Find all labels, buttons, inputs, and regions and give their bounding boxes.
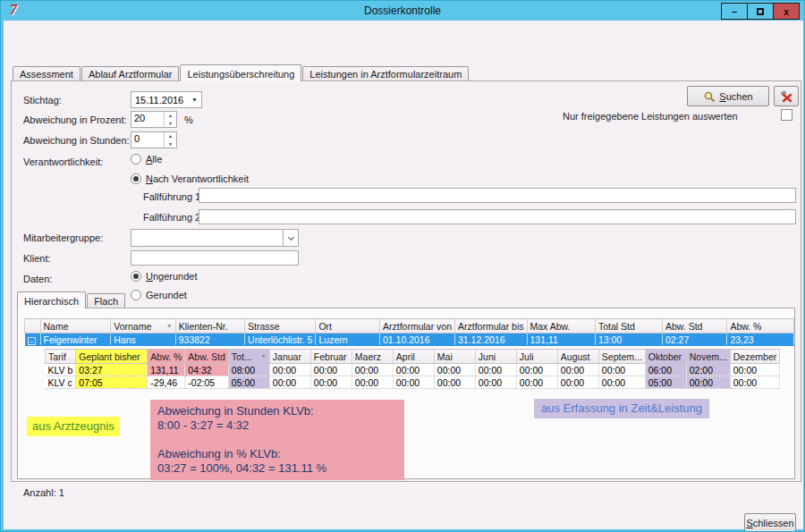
detail-grid-cell[interactable]: 05:00 — [228, 376, 269, 389]
abweichung-stunden-stepper[interactable]: 0 ▲▼ — [131, 131, 177, 148]
detail-grid-cell[interactable]: 00:00 — [557, 376, 598, 389]
detail-grid-cell[interactable]: 00:00 — [310, 364, 352, 376]
detail-grid-cell[interactable]: 00:00 — [598, 376, 645, 389]
detail-column-header[interactable]: Abw. % — [148, 350, 185, 364]
detail-column-header[interactable]: Januar — [269, 350, 310, 364]
clear-filter-button[interactable] — [774, 86, 799, 106]
tab-leistungen-in-arztformularzeitraum[interactable]: Leistungen in Arztformularzeitraum — [302, 66, 469, 81]
detail-grid-cell[interactable]: 00:00 — [475, 376, 516, 389]
radio-nach-circle[interactable] — [131, 173, 141, 184]
result-tab-flach[interactable]: Flach — [87, 293, 125, 308]
column-header[interactable]: Arztformular bis — [455, 319, 528, 334]
detail-grid-cell[interactable]: 00:00 — [516, 364, 557, 376]
grid-cell[interactable]: 13:00 — [595, 334, 662, 346]
detail-column-header[interactable]: Februar — [310, 350, 352, 364]
detail-grid-cell[interactable]: KLV c — [46, 376, 76, 389]
dropdown-button[interactable] — [283, 230, 298, 246]
detail-column-header[interactable]: Mai — [434, 350, 475, 364]
stepper-up-icon[interactable]: ▲ — [165, 112, 176, 120]
detail-grid-cell[interactable]: 00:00 — [516, 376, 557, 389]
detail-column-header[interactable]: Tarif — [46, 350, 76, 364]
detail-grid-cell[interactable]: 04:32 — [185, 364, 228, 376]
detail-column-header[interactable]: Dezember — [730, 350, 779, 364]
grid-cell[interactable]: Luzern — [316, 334, 380, 346]
radio-gerundet[interactable]: Gerundet — [131, 290, 187, 300]
detail-grid-cell[interactable]: 00:00 — [686, 376, 730, 389]
grid-header-cell[interactable] — [25, 319, 41, 334]
detail-grid-cell[interactable]: 00:00 — [730, 364, 779, 376]
detail-grid-cell[interactable]: 00:00 — [393, 376, 434, 389]
column-header[interactable]: Abw. Std — [662, 319, 726, 334]
detail-grid-cell[interactable]: 00:00 — [475, 364, 516, 376]
detail-column-header[interactable]: Abw. Std — [185, 350, 228, 364]
column-header[interactable]: Total Std — [595, 319, 662, 334]
detail-grid-cell[interactable]: 00:00 — [352, 376, 393, 389]
maximize-button[interactable] — [747, 3, 774, 20]
detail-grid-cell[interactable]: 131,11 — [148, 364, 185, 376]
radio-ungerundet-circle[interactable] — [131, 271, 141, 282]
detail-grid-cell[interactable]: 08:00 — [228, 364, 269, 376]
stichtag-combobox[interactable]: 15.11.2016 ▼ — [131, 91, 202, 108]
radio-ungerundet[interactable]: Ungerundet — [131, 271, 198, 282]
detail-grid-cell[interactable]: KLV b — [46, 364, 76, 376]
grid-cell[interactable]: 933822 — [175, 334, 244, 346]
grid-cell[interactable]: 02:27 — [662, 334, 726, 346]
fallfuehrung2-input[interactable] — [199, 209, 796, 224]
tab-assessment[interactable]: Assessment — [13, 66, 80, 81]
detail-grid-cell[interactable]: -02:05 — [185, 376, 228, 389]
grid-cell[interactable]: Feigenwinter — [40, 334, 111, 346]
detail-column-header[interactable]: Juni — [475, 350, 516, 364]
detail-column-header[interactable]: Novem... — [686, 350, 730, 364]
tab-ablauf-arztformular[interactable]: Ablauf Arztformular — [81, 66, 180, 81]
detail-grid-cell[interactable]: 03:27 — [76, 364, 148, 376]
column-header[interactable]: Vorname▼ — [111, 319, 175, 334]
detail-column-header[interactable]: Maerz — [352, 350, 393, 364]
column-header[interactable]: Max Abw. — [527, 319, 595, 334]
detail-table-row[interactable]: KLV c07:05-29,46-02:0505:0000:0000:0000:… — [46, 376, 780, 389]
detail-column-header[interactable]: Geplant bisher — [76, 350, 148, 364]
detail-grid-cell[interactable]: 05:00 — [645, 376, 686, 389]
mitarbeitergruppe-combobox[interactable] — [131, 229, 299, 247]
detail-grid-cell[interactable]: 00:00 — [434, 364, 475, 376]
freigegebene-checkbox[interactable] — [781, 109, 792, 121]
detail-grid-cell[interactable]: 00:00 — [730, 376, 779, 389]
detail-column-header[interactable]: Juli — [516, 350, 557, 364]
collapse-row-icon[interactable]: – — [28, 337, 36, 345]
table-row[interactable]: –FeigenwinterHans933822Unterlöchlistr. 5… — [25, 334, 794, 346]
detail-grid-cell[interactable]: 00:00 — [598, 364, 645, 376]
grid-cell[interactable]: 31.12.2016 — [455, 334, 528, 346]
stepper-down-icon[interactable]: ▼ — [165, 120, 176, 128]
schliessen-button[interactable]: Schliessen — [744, 513, 796, 532]
column-header[interactable]: Ort — [316, 319, 380, 334]
column-header[interactable]: Arztformular von — [379, 319, 454, 334]
suchen-button[interactable]: Suchen — [687, 86, 769, 106]
grid-cell[interactable]: 01.10.2016 — [379, 334, 454, 346]
detail-grid-cell[interactable]: 00:00 — [352, 364, 393, 376]
grid-cell[interactable]: Hans — [111, 334, 175, 346]
abweichung-prozent-stepper[interactable]: 20 ▲▼ — [131, 111, 177, 128]
detail-grid-cell[interactable]: 00:00 — [434, 376, 475, 389]
grid-cell[interactable]: 23,23 — [727, 334, 794, 346]
radio-gerundet-circle[interactable] — [131, 290, 141, 300]
radio-alle[interactable]: Alle — [131, 154, 162, 165]
column-header[interactable]: Strasse — [245, 319, 316, 334]
grid-cell[interactable]: – — [25, 334, 41, 346]
detail-grid-cell[interactable]: 00:00 — [557, 364, 598, 376]
detail-table-row[interactable]: KLV b03:27131,1104:3208:0000:0000:0000:0… — [46, 364, 780, 376]
result-tab-hierarchisch[interactable]: Hierarchisch — [17, 291, 86, 308]
stepper-down-icon[interactable]: ▼ — [165, 140, 176, 148]
detail-grid-cell[interactable]: 00:00 — [310, 376, 352, 389]
titlebar[interactable]: 7 Dossierkontrolle – x — [1, 1, 804, 21]
detail-grid-cell[interactable]: -29,46 — [148, 376, 185, 389]
detail-grid-cell[interactable]: 02:00 — [686, 364, 730, 376]
detail-column-header[interactable]: August — [557, 350, 598, 364]
detail-column-header[interactable]: Septem... — [598, 350, 645, 364]
radio-nach-verantwortlichkeit[interactable]: Nach Verantwortlichkeit — [131, 173, 249, 184]
detail-grid-cell[interactable]: 06:00 — [645, 364, 686, 376]
radio-alle-circle[interactable] — [131, 154, 141, 165]
detail-grid-cell[interactable]: 07:05 — [76, 376, 148, 389]
detail-grid-cell[interactable]: 00:00 — [269, 376, 310, 389]
detail-grid-cell[interactable]: 00:00 — [393, 364, 434, 376]
detail-column-header[interactable]: April — [393, 350, 434, 364]
column-header[interactable]: Name — [40, 319, 111, 334]
